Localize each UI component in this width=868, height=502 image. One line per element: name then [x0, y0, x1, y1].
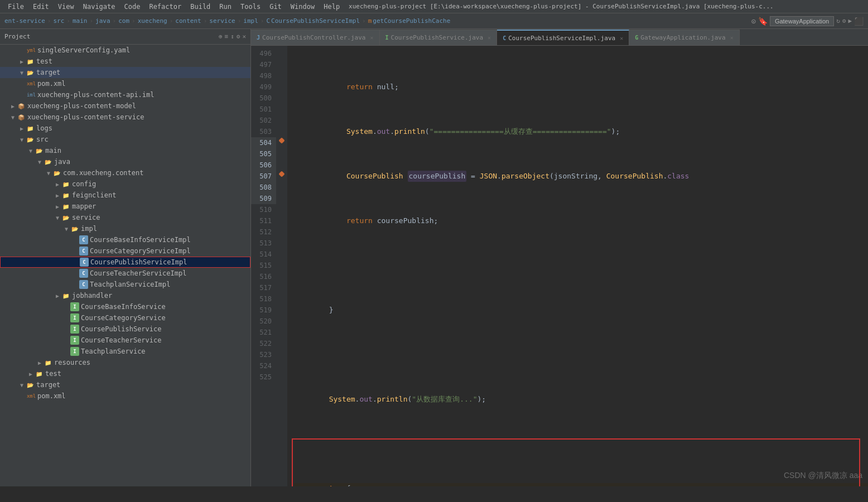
interface-icon: I	[70, 313, 79, 322]
stop-icon[interactable]: ⬛	[854, 17, 864, 26]
sidebar-collapse-icon[interactable]: ≡	[225, 33, 229, 40]
ln-518: 518	[251, 293, 276, 305]
tree-item[interactable]: ▶ 📁 feignclient	[0, 190, 250, 201]
course-publish-service-impl-item[interactable]: C CoursePublishServiceImpl	[0, 257, 250, 268]
tab-close-icon[interactable]: ✕	[620, 35, 623, 41]
code-line-501: }	[294, 305, 868, 316]
path-impl[interactable]: impl	[243, 17, 258, 25]
path-class[interactable]: C	[266, 17, 270, 25]
ln-513: 513	[251, 238, 276, 249]
ln-520: 520	[251, 316, 276, 327]
bookmark-icon[interactable]: 🔖	[758, 17, 768, 26]
tree-item[interactable]: ▶ 📁 config	[0, 178, 250, 190]
path-service[interactable]: service	[209, 17, 235, 25]
path-xuecheng[interactable]: xuecheng	[138, 17, 167, 25]
tree-item[interactable]: ▼ 📂 target	[0, 67, 250, 78]
gutter-line	[276, 224, 287, 235]
path-com[interactable]: com	[118, 17, 129, 25]
tab-label: GatewayApplication.java	[640, 34, 725, 41]
folder-open-icon: 📂	[26, 68, 35, 77]
tree-item[interactable]: yml singleServerConfig.yaml	[0, 45, 250, 56]
tree-item[interactable]: ▶ 📁 jobhandler	[0, 290, 250, 301]
tree-item[interactable]: C CourseBaseInfoServiceImpl	[0, 234, 250, 245]
tree-item[interactable]: ▼ 📂 target	[0, 379, 250, 390]
tree-item[interactable]: ▶ 📁 logs	[0, 123, 250, 134]
tree-arrow: ▶	[54, 204, 61, 210]
nav-right-icon[interactable]: ▶	[848, 17, 852, 25]
tree-arrow: ▼	[18, 137, 26, 143]
tree-item[interactable]: xml pom.xml	[0, 390, 250, 402]
path-content-service[interactable]: ent-service	[4, 17, 45, 25]
settings-gear-icon[interactable]: ⚙	[842, 17, 846, 25]
sidebar-header-icons: ⊕ ≡ ↕ ⚙ ✕	[219, 33, 246, 40]
tree-item[interactable]: ▼ 📂 impl	[0, 223, 250, 234]
path-src[interactable]: src	[53, 17, 64, 25]
tab-close-icon[interactable]: ✕	[488, 35, 491, 41]
code-editor[interactable]: 496 497 498 499 500 501 502 503 504 505 …	[251, 46, 868, 486]
tab-course-publish-service[interactable]: I CoursePublishService.java ✕	[380, 30, 498, 45]
tree-item[interactable]: ▼ 📂 com.xuecheng.content	[0, 167, 250, 178]
gateway-application-button[interactable]: GatewayApplication	[770, 16, 834, 26]
menu-edit[interactable]: Edit	[28, 0, 54, 13]
tree-item[interactable]: ▼ 📂 service	[0, 212, 250, 223]
tree-item[interactable]: I CourseBaseInfoService	[0, 301, 250, 312]
tab-icon-java: J	[257, 35, 260, 41]
tree-item[interactable]: ▼ 📦 xuecheng-plus-content-service	[0, 112, 250, 123]
ln-507: 507	[251, 171, 276, 182]
tree-item[interactable]: C CourseTeacherServiceImpl	[0, 268, 250, 279]
ln-514: 514	[251, 249, 276, 260]
tab-course-publish-controller[interactable]: J CoursePublishController.java ✕	[251, 30, 380, 45]
gutter-line	[276, 247, 287, 258]
path-class-name[interactable]: CoursePublishServiceImpl	[271, 17, 360, 25]
tree-item[interactable]: ▶ 📁 test	[0, 368, 250, 379]
tree-item[interactable]: I TeachplanService	[0, 346, 250, 357]
tree-item[interactable]: I CourseTeacherService	[0, 335, 250, 346]
tree-item[interactable]: I CourseCategoryService	[0, 312, 250, 324]
menu-window[interactable]: Window	[286, 0, 319, 13]
tab-gateway-application[interactable]: G GatewayApplication.java ✕	[629, 30, 739, 45]
refresh-icon[interactable]: ↻	[836, 17, 840, 25]
menu-code[interactable]: Code	[120, 0, 145, 13]
tree-arrow: ▼	[36, 159, 44, 165]
menu-run[interactable]: Run	[215, 0, 236, 13]
menu-git[interactable]: Git	[265, 0, 286, 13]
class-icon: C	[79, 269, 88, 278]
menu-refactor[interactable]: Refactor	[144, 0, 186, 13]
tree-item[interactable]: iml xuecheng-plus-content-api.iml	[0, 89, 250, 100]
tree-item[interactable]: ▼ 📂 src	[0, 134, 250, 145]
tab-close-icon[interactable]: ✕	[730, 35, 734, 41]
tree-item[interactable]: ▼ 📂 java	[0, 156, 250, 167]
code-line-500	[294, 260, 868, 271]
xml-icon: xml	[27, 79, 36, 88]
sidebar-settings-icon[interactable]: ⊕	[219, 33, 223, 40]
menu-view[interactable]: View	[54, 0, 79, 13]
menu-file[interactable]: File	[3, 0, 28, 13]
nav-back-icon[interactable]: ⊙	[751, 17, 755, 26]
tree-item[interactable]: xml pom.xml	[0, 78, 250, 89]
test-folder-icon: 📁	[35, 369, 44, 378]
tree-item[interactable]: ▶ 📦 xuecheng-plus-content-model	[0, 100, 250, 112]
path-main[interactable]: main	[73, 17, 88, 25]
menu-tools[interactable]: Tools	[236, 0, 265, 13]
tree-item[interactable]: I CoursePublishService	[0, 324, 250, 335]
sidebar-sort-icon[interactable]: ↕	[230, 33, 234, 40]
tab-course-publish-service-impl[interactable]: C CoursePublishServiceImpl.java ✕	[497, 30, 629, 45]
tree-item[interactable]: C TeachplanServiceImpl	[0, 279, 250, 290]
sidebar-gear-icon[interactable]: ⚙	[237, 33, 240, 40]
tree-item[interactable]: ▼ 📂 main	[0, 145, 250, 156]
tree-item[interactable]: ▶ 📁 resources	[0, 357, 250, 368]
sidebar-close-icon[interactable]: ✕	[242, 33, 246, 40]
path-java[interactable]: java	[95, 17, 110, 25]
path-content[interactable]: content	[175, 17, 201, 25]
tree-item[interactable]: ▶ 📁 mapper	[0, 201, 250, 212]
tab-close-icon[interactable]: ✕	[370, 35, 373, 41]
tree-item[interactable]: ▶ 📁 test	[0, 56, 250, 67]
code-content[interactable]: return null; System.out.println("=======…	[287, 46, 868, 486]
ln-497: 497	[251, 59, 276, 70]
tree-item[interactable]: C CourseCategoryServiceImpl	[0, 245, 250, 257]
menu-navigate[interactable]: Navigate	[79, 0, 120, 13]
tree-arrow: ▶	[18, 126, 26, 132]
menu-build[interactable]: Build	[186, 0, 215, 13]
path-method-name[interactable]: getCoursePublishCache	[373, 17, 450, 25]
menu-help[interactable]: Help	[319, 0, 344, 13]
